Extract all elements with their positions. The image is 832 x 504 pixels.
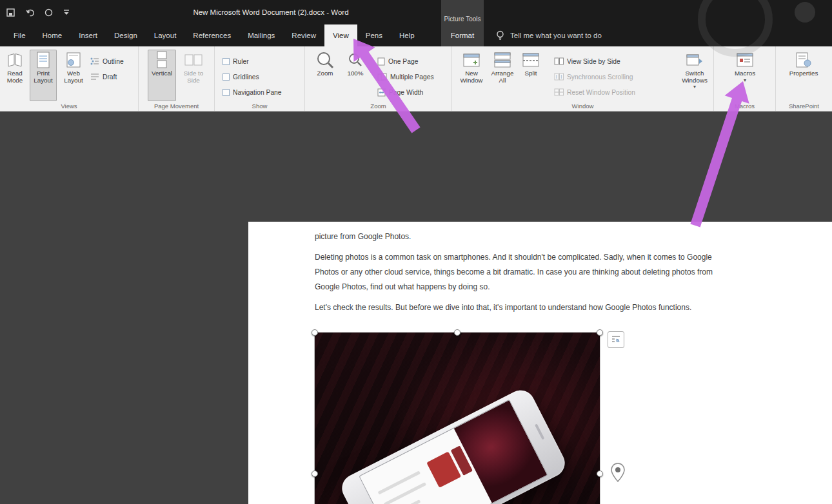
outline-icon xyxy=(90,57,99,65)
split-button[interactable]: Split xyxy=(519,50,542,101)
tab-file[interactable]: File xyxy=(5,24,34,46)
page-width-button[interactable]: Page Width xyxy=(377,86,423,98)
one-page-label: One Page xyxy=(388,58,418,65)
properties-button[interactable]: Properties xyxy=(786,50,821,101)
ruler-checkbox[interactable] xyxy=(223,58,230,65)
group-macros: Macros ▾ Macros xyxy=(714,46,776,111)
phone-graphic xyxy=(337,385,570,504)
macros-icon xyxy=(737,50,753,70)
view-side-by-side-button[interactable]: View Side by Side xyxy=(554,55,620,67)
arrange-all-label: Arrange All xyxy=(488,70,517,84)
group-label-views: Views xyxy=(0,102,138,110)
reset-window-position-icon xyxy=(554,88,564,96)
side-to-side-icon xyxy=(184,50,203,70)
gridlines-checkbox-item[interactable]: Gridlines xyxy=(223,71,259,82)
selection-handle-middle-right[interactable] xyxy=(597,470,603,477)
document-page[interactable]: picture from Google Photos. Deleting pho… xyxy=(248,222,832,504)
window-title: New Microsoft Word Document (2).docx - W… xyxy=(116,0,426,24)
document-canvas: picture from Google Photos. Deleting pho… xyxy=(0,111,832,504)
synchronous-scrolling-button[interactable]: Synchronous Scrolling xyxy=(554,71,633,82)
new-window-icon xyxy=(463,50,480,70)
print-layout-icon xyxy=(37,50,50,70)
save-icon[interactable] xyxy=(6,8,15,17)
one-page-button[interactable]: One Page xyxy=(377,55,418,67)
new-window-button[interactable]: New Window xyxy=(457,50,486,101)
zoom-100-label: 100% xyxy=(342,70,368,77)
customize-quick-access-icon[interactable] xyxy=(63,9,70,15)
view-side-by-side-icon xyxy=(554,57,564,65)
zoom-100-button[interactable]: 100% xyxy=(342,50,368,101)
page-width-label: Page Width xyxy=(389,89,423,96)
multiple-pages-button[interactable]: Multiple Pages xyxy=(377,71,434,82)
arrange-all-button[interactable]: Arrange All xyxy=(488,50,517,101)
ruler-checkbox-item[interactable]: Ruler xyxy=(223,55,249,67)
group-label-macros: Macros xyxy=(714,102,775,110)
picture-tools-context-label: Picture Tools xyxy=(441,0,484,24)
tab-insert[interactable]: Insert xyxy=(70,24,106,46)
new-window-label: New Window xyxy=(457,70,486,84)
group-show: Ruler Gridlines Navigation Pane Show xyxy=(215,46,305,111)
switch-windows-button[interactable]: Switch Windows ▾ xyxy=(679,50,710,101)
side-to-side-button[interactable]: Side to Side xyxy=(179,50,208,101)
navigation-pane-checkbox[interactable] xyxy=(223,89,230,96)
touch-mode-icon[interactable] xyxy=(45,8,53,17)
one-page-icon xyxy=(377,57,385,66)
title-bar: New Microsoft Word Document (2).docx - W… xyxy=(0,0,832,24)
synchronous-scrolling-label: Synchronous Scrolling xyxy=(567,73,633,81)
gridlines-checkbox[interactable] xyxy=(223,73,230,81)
phone-screen-graphic xyxy=(359,400,548,504)
group-zoom: Zoom 100% One Page Multiple Pages Page W… xyxy=(305,46,452,111)
layout-options-button[interactable] xyxy=(608,331,624,348)
zoom-label: Zoom xyxy=(310,70,340,77)
zoom-icon xyxy=(315,50,335,70)
draft-icon xyxy=(90,73,99,81)
tab-review[interactable]: Review xyxy=(283,24,324,46)
undo-icon[interactable] xyxy=(25,8,34,17)
draft-button[interactable]: Draft xyxy=(90,71,117,82)
macros-button[interactable]: Macros ▾ xyxy=(731,50,759,101)
tell-me-box[interactable]: Tell me what you want to do xyxy=(495,24,602,46)
tab-home[interactable]: Home xyxy=(34,24,71,46)
print-layout-label: Print Layout xyxy=(30,70,57,84)
tab-references[interactable]: References xyxy=(184,24,239,46)
selection-handle-top-middle[interactable] xyxy=(454,329,461,336)
draft-label: Draft xyxy=(103,73,117,81)
gridlines-label: Gridlines xyxy=(233,73,259,81)
switch-windows-label: Switch Windows xyxy=(679,70,710,84)
web-layout-button[interactable]: Web Layout xyxy=(59,50,88,101)
properties-icon xyxy=(796,50,811,70)
selection-handle-top-left[interactable] xyxy=(312,329,318,336)
paragraph-1[interactable]: Deleting photos is a common task on smar… xyxy=(315,250,728,295)
group-sharepoint: Properties SharePoint xyxy=(776,46,832,111)
group-label-sharepoint: SharePoint xyxy=(776,102,832,110)
navigation-pane-checkbox-item[interactable]: Navigation Pane xyxy=(223,86,282,98)
arrange-all-icon xyxy=(494,50,511,70)
document-image[interactable] xyxy=(315,333,600,504)
switch-windows-caret-icon: ▾ xyxy=(693,84,696,90)
switch-windows-icon xyxy=(686,50,703,70)
read-mode-button[interactable]: Read Mode xyxy=(1,50,28,101)
vertical-button[interactable]: Vertical xyxy=(148,50,176,101)
tab-view[interactable]: View xyxy=(324,24,357,46)
paragraph-partial[interactable]: picture from Google Photos. xyxy=(315,229,728,244)
tab-pens[interactable]: Pens xyxy=(357,24,391,46)
tab-format[interactable]: Format xyxy=(441,24,484,46)
outline-button[interactable]: Outline xyxy=(90,55,124,67)
read-mode-icon xyxy=(6,50,23,70)
tab-design[interactable]: Design xyxy=(106,24,146,46)
selection-handle-middle-left[interactable] xyxy=(312,470,318,477)
tell-me-label: Tell me what you want to do xyxy=(510,32,602,39)
print-layout-button[interactable]: Print Layout xyxy=(30,50,57,101)
paragraph-2[interactable]: Let's check the results. But before we d… xyxy=(315,300,728,315)
zoom-button[interactable]: Zoom xyxy=(310,50,340,101)
tab-mailings[interactable]: Mailings xyxy=(239,24,283,46)
tab-help[interactable]: Help xyxy=(391,24,423,46)
ribbon-tab-row: File Home Insert Design Layout Reference… xyxy=(0,24,832,46)
reset-window-position-label: Reset Window Position xyxy=(567,89,635,96)
selection-handle-top-right[interactable] xyxy=(597,329,603,336)
tab-layout[interactable]: Layout xyxy=(146,24,185,46)
ribbon: Read Mode Print Layout Web Layout Outlin… xyxy=(0,46,832,111)
layout-options-icon xyxy=(611,334,621,345)
reset-window-position-button[interactable]: Reset Window Position xyxy=(554,86,635,98)
outline-label: Outline xyxy=(103,58,124,65)
